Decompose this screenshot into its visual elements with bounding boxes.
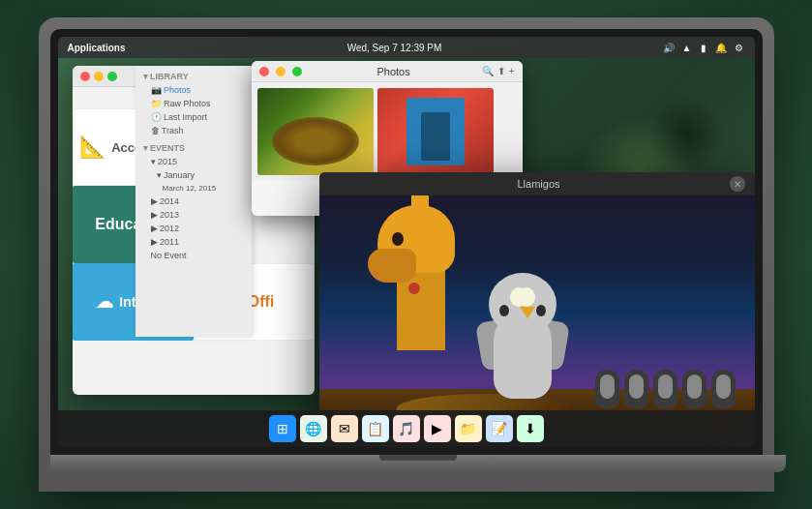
penguin-pupil-right	[499, 305, 509, 316]
screen-bezel: Applications Wed, Sep 7 12:39 PM 🔊 ▲ ▮ 🔔…	[50, 29, 763, 455]
photos-content	[252, 82, 523, 181]
taskbar-windows-icon[interactable]: ⊞	[269, 415, 296, 442]
taskbar-files-icon[interactable]: 📋	[362, 415, 389, 442]
photos-window-controls	[259, 67, 306, 76]
photos-toolbar: 🔍 ⬆ +	[482, 66, 515, 76]
photos-title-bar: Photos 🔍 ⬆ +	[252, 61, 523, 82]
library-section-title: ▾ Library	[135, 66, 252, 83]
penguin-character	[474, 273, 571, 399]
sidebar-item-2013[interactable]: ▶ 2013	[135, 208, 252, 222]
folder-icon: 📁	[460, 421, 476, 436]
sidebar-item-2011[interactable]: ▶ 2011	[135, 235, 252, 249]
battery-icon: ▮	[698, 42, 709, 53]
top-bar: Applications Wed, Sep 7 12:39 PM 🔊 ▲ ▮ 🔔…	[58, 37, 755, 58]
sidebar-item-last[interactable]: 🕐 Last Import	[135, 110, 252, 124]
search-icon[interactable]: 🔍	[482, 66, 494, 76]
globe-icon: 🌐	[305, 421, 321, 436]
small-penguin-4	[682, 370, 707, 408]
bg-blob-dark	[648, 95, 726, 172]
windows-grid-icon: ⊞	[277, 421, 288, 436]
taskbar-folder-icon[interactable]: 📁	[455, 415, 482, 442]
top-bar-right: 🔊 ▲ ▮ 🔔 ⚙	[663, 42, 744, 53]
small-penguin-3	[653, 370, 677, 408]
penguin-beak	[520, 307, 535, 318]
photos-min-btn[interactable]	[276, 67, 286, 76]
video-title: Llamigos	[348, 178, 730, 190]
play-icon: ▶	[432, 421, 442, 436]
share-icon[interactable]: ⬆	[497, 66, 505, 76]
sidebar-item-2014[interactable]: ▶ 2014	[135, 195, 252, 208]
download-arrow-icon: ⬇	[525, 421, 536, 436]
penguin-head	[489, 273, 556, 336]
llama-snout	[368, 249, 416, 283]
volume-icon: 🔊	[663, 42, 675, 53]
taskbar-music-icon[interactable]: 🎵	[393, 415, 420, 442]
small-penguin-1	[595, 370, 619, 408]
photo-bike[interactable]	[377, 88, 494, 175]
sidebar-item-trash[interactable]: 🗑 Trash	[135, 124, 252, 137]
penguin-pupil-left	[536, 305, 546, 316]
llama-berry	[408, 283, 420, 294]
photos-close-btn[interactable]	[259, 67, 269, 76]
sidebar-item-2015[interactable]: ▾ 2015	[135, 155, 252, 168]
sidebar-item-march[interactable]: March 12, 2015	[135, 182, 252, 195]
accessories-icon: 📐	[79, 135, 105, 160]
sidebar-item-raw[interactable]: 📁 Raw Photos	[135, 97, 252, 110]
add-icon[interactable]: +	[509, 66, 515, 76]
office-label: Offi	[248, 293, 275, 311]
video-close-btn[interactable]: ✕	[730, 176, 745, 192]
events-section-title: ▾ Events	[135, 137, 252, 155]
bell-icon: 🔔	[715, 42, 727, 53]
taskbar: ⊞ 🌐 ✉ 📋 🎵 ▶	[58, 410, 755, 447]
date-time: Wed, Sep 7 12:39 PM	[347, 43, 442, 53]
settings-icon: ⚙	[733, 42, 744, 53]
close-button[interactable]	[80, 72, 90, 81]
small-penguin-5	[711, 370, 736, 408]
file-manager-icon: 📋	[367, 421, 383, 436]
photos-max-btn[interactable]	[292, 67, 302, 76]
photos-window-title: Photos	[306, 66, 482, 77]
envelope-icon: ✉	[339, 421, 350, 436]
taskbar-word-icon[interactable]: 📝	[486, 415, 513, 442]
video-title-bar: Llamigos ✕	[319, 172, 755, 195]
sidebar-item-2012[interactable]: ▶ 2012	[135, 222, 252, 235]
sidebar-item-noevent[interactable]: No Event	[135, 249, 252, 262]
maximize-button[interactable]	[107, 72, 117, 81]
document-icon: 📝	[491, 421, 507, 436]
wifi-icon: ▲	[680, 42, 692, 53]
sidebar-item-jan[interactable]: ▾ January	[135, 168, 252, 182]
music-note-icon: 🎵	[398, 421, 414, 436]
app-label: Applications	[68, 43, 126, 53]
laptop-base	[50, 455, 786, 472]
photo-food[interactable]	[257, 88, 374, 175]
taskbar-browser-icon[interactable]: 🌐	[300, 415, 327, 442]
taskbar-mail-icon[interactable]: ✉	[331, 415, 358, 442]
sidebar-item-photos[interactable]: 📷 Photos	[135, 83, 252, 97]
penguin-eye-right	[518, 287, 535, 307]
video-content	[319, 195, 755, 428]
video-window[interactable]: Llamigos ✕	[319, 172, 755, 447]
screen: Applications Wed, Sep 7 12:39 PM 🔊 ▲ ▮ 🔔…	[58, 37, 755, 447]
llama-eye	[392, 232, 404, 246]
laptop-body: Applications Wed, Sep 7 12:39 PM 🔊 ▲ ▮ 🔔…	[39, 17, 774, 492]
taskbar-video-icon[interactable]: ▶	[424, 415, 451, 442]
bg-penguins	[595, 370, 736, 408]
taskbar-download-icon[interactable]: ⬇	[517, 415, 544, 442]
internet-icon: ☁	[96, 291, 113, 313]
small-penguin-2	[624, 370, 648, 408]
laptop-outer: Applications Wed, Sep 7 12:39 PM 🔊 ▲ ▮ 🔔…	[39, 17, 774, 492]
minimize-button[interactable]	[94, 72, 104, 81]
photos-library-panel: ▾ Library 📷 Photos 📁 Raw Photos 🕐 Last I…	[135, 66, 252, 337]
